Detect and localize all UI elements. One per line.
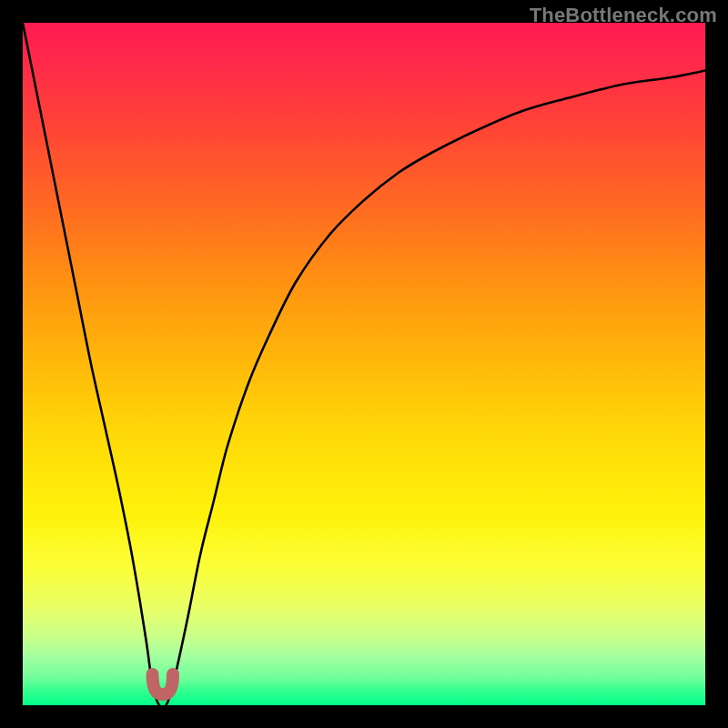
bottleneck-curve bbox=[23, 23, 705, 705]
chart-frame: TheBottleneck.com bbox=[0, 0, 728, 728]
optimal-marker bbox=[153, 674, 174, 694]
optimal-marker-u bbox=[153, 674, 174, 694]
watermark-text: TheBottleneck.com bbox=[530, 4, 717, 27]
chart-plot-area bbox=[23, 23, 705, 705]
curve-line bbox=[23, 23, 705, 705]
chart-svg bbox=[23, 23, 705, 705]
